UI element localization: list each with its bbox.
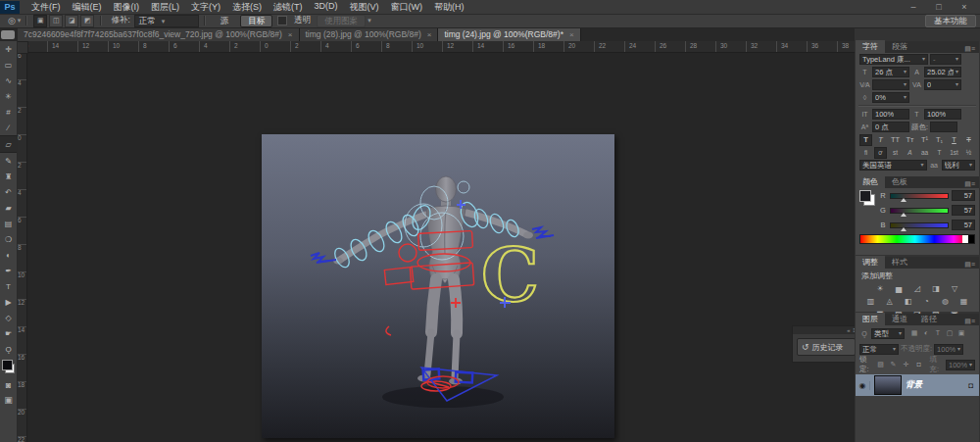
- filter-smart-objects-icon[interactable]: ▣: [956, 329, 966, 337]
- channel-value[interactable]: 57: [952, 220, 975, 230]
- contextual-alternates-button[interactable]: ơ: [874, 147, 887, 159]
- leading-field[interactable]: 25.02 点▾: [924, 67, 961, 77]
- filter-shape-layers-icon[interactable]: ▢: [945, 329, 955, 337]
- color-balance-icon[interactable]: ◬: [882, 296, 897, 307]
- foreground-background-colors[interactable]: [859, 190, 875, 206]
- levels-icon[interactable]: ▅: [892, 283, 906, 294]
- exposure-icon[interactable]: ◨: [929, 283, 944, 294]
- destination-button[interactable]: 目标: [240, 15, 272, 27]
- faux-italic-button[interactable]: T: [874, 134, 887, 146]
- slider-track[interactable]: [890, 222, 949, 228]
- slider-thumb[interactable]: [901, 198, 906, 202]
- all-caps-button[interactable]: TT: [889, 134, 902, 146]
- slider-thumb[interactable]: [901, 227, 906, 231]
- close-button[interactable]: ×: [958, 2, 970, 12]
- document-tab[interactable]: timg (28).jpg @ 100%(RGB/8#) ×: [300, 27, 439, 41]
- ruler-origin-corner[interactable]: [17, 41, 28, 54]
- stylistic-alternates-button[interactable]: aa: [918, 147, 931, 159]
- channel-value[interactable]: 57: [952, 190, 975, 201]
- collapse-icon[interactable]: «: [847, 327, 850, 333]
- foreground-color-swatch[interactable]: [859, 190, 871, 202]
- vibrance-icon[interactable]: ▽: [948, 283, 962, 294]
- subscript-button[interactable]: T₁: [933, 134, 946, 146]
- clone-stamp-tool[interactable]: ♜: [0, 169, 17, 184]
- restore-button[interactable]: □: [933, 2, 945, 12]
- menu-item[interactable]: 编辑(E): [67, 1, 108, 14]
- blur-tool[interactable]: ❍: [0, 231, 17, 247]
- source-button[interactable]: 源: [213, 15, 237, 27]
- history-brush-tool[interactable]: ↶: [0, 184, 17, 200]
- photo-filter-icon[interactable]: ◔: [919, 296, 934, 307]
- opacity-field[interactable]: 100%▾: [934, 344, 963, 355]
- menu-item[interactable]: 帮助(H): [428, 1, 470, 14]
- filter-type-layers-icon[interactable]: T: [933, 329, 943, 337]
- horizontal-scale-field[interactable]: 100%: [924, 109, 961, 120]
- fill-field[interactable]: 100%▾: [946, 360, 975, 370]
- blend-mode-select[interactable]: 正常▾: [859, 344, 899, 355]
- menu-item[interactable]: 滤镜(T): [268, 1, 309, 14]
- vertical-scale-field[interactable]: 100%: [872, 109, 909, 120]
- minimize-button[interactable]: –: [907, 2, 919, 12]
- dodge-tool[interactable]: ◐: [0, 247, 17, 263]
- shape-tool[interactable]: ◇: [0, 310, 17, 325]
- path-selection-tool[interactable]: ▶: [0, 294, 17, 310]
- marquee-tool[interactable]: ▭: [0, 57, 17, 73]
- add-selection-mode[interactable]: ◫: [49, 15, 63, 27]
- transparent-checkbox[interactable]: [277, 16, 287, 25]
- document-tab[interactable]: timg (24).jpg @ 100%(RGB/8#)* ×: [438, 27, 580, 41]
- panel-menu-icon[interactable]: ▤≡: [964, 180, 979, 188]
- menu-item[interactable]: 图像(I): [108, 1, 146, 14]
- color-spectrum-ramp[interactable]: [859, 234, 975, 244]
- tracking-field[interactable]: 0▾: [924, 79, 961, 90]
- font-size-field[interactable]: 26 点▾: [872, 67, 909, 77]
- brightness-contrast-icon[interactable]: ☀: [873, 283, 888, 294]
- tab-channels[interactable]: 通道: [885, 313, 914, 325]
- menu-item[interactable]: 3D(D): [309, 1, 344, 14]
- tab-adjustments[interactable]: 调整: [856, 256, 885, 269]
- discretionary-ligatures-button[interactable]: st: [889, 147, 902, 159]
- superscript-button[interactable]: T¹: [918, 134, 931, 146]
- panel-menu-icon[interactable]: ▤≡: [964, 45, 979, 53]
- eraser-tool[interactable]: ▰: [0, 200, 17, 216]
- workspace-switcher-button[interactable]: 基本功能: [925, 15, 976, 27]
- menu-item[interactable]: 窗口(W): [385, 1, 429, 14]
- history-button[interactable]: ↺ 历史记录: [797, 338, 856, 356]
- lock-all-icon[interactable]: ◘: [914, 361, 924, 368]
- foreground-background-colors[interactable]: [2, 360, 15, 373]
- font-style-select[interactable]: -▾: [930, 54, 961, 65]
- menu-item[interactable]: 视图(V): [344, 1, 385, 14]
- use-pattern-caret[interactable]: ▾: [368, 17, 371, 25]
- subtract-selection-mode[interactable]: ◪: [65, 15, 78, 27]
- tab-layers[interactable]: 图层: [856, 313, 885, 325]
- spectrum-black-chip[interactable]: [968, 235, 974, 243]
- faux-bold-button[interactable]: T: [859, 134, 872, 146]
- proportional-spacing-field[interactable]: 0%▾: [872, 92, 909, 103]
- tool-preset-caret[interactable]: ▾: [18, 17, 22, 25]
- panel-menu-icon[interactable]: ▤≡: [964, 261, 979, 269]
- panel-menu-icon[interactable]: ▤≡: [964, 318, 979, 325]
- black-white-icon[interactable]: ◧: [901, 296, 915, 307]
- color-lookup-icon[interactable]: ▦: [956, 296, 971, 307]
- filter-pixel-layers-icon[interactable]: ▦: [909, 329, 919, 337]
- tab-paths[interactable]: 路径: [914, 313, 944, 325]
- quick-selection-tool[interactable]: ✳: [0, 88, 17, 104]
- lasso-tool[interactable]: ∿: [0, 73, 17, 88]
- anti-alias-select[interactable]: 锐利▾: [942, 160, 975, 171]
- red-slider[interactable]: R57: [877, 188, 979, 203]
- slider-track[interactable]: [890, 193, 949, 199]
- close-tab-icon[interactable]: ×: [569, 30, 574, 39]
- baseline-shift-field[interactable]: 0 点: [872, 122, 909, 132]
- green-slider[interactable]: G57: [877, 203, 979, 218]
- channel-value[interactable]: 57: [952, 205, 975, 216]
- layer-visibility-eye-icon[interactable]: ◉: [856, 381, 870, 390]
- blue-slider[interactable]: B57: [877, 218, 979, 232]
- small-caps-button[interactable]: Tᴛ: [904, 134, 916, 146]
- tab-color[interactable]: 颜色: [856, 175, 885, 188]
- kerning-field[interactable]: ▾: [872, 79, 909, 90]
- gradient-tool[interactable]: ▤: [0, 216, 17, 231]
- text-color-swatch[interactable]: [930, 122, 957, 132]
- titling-alternates-button[interactable]: T: [933, 147, 946, 159]
- menu-item[interactable]: 文件(F): [25, 1, 67, 14]
- type-tool[interactable]: T: [0, 278, 17, 294]
- layer-thumbnail[interactable]: [874, 375, 902, 395]
